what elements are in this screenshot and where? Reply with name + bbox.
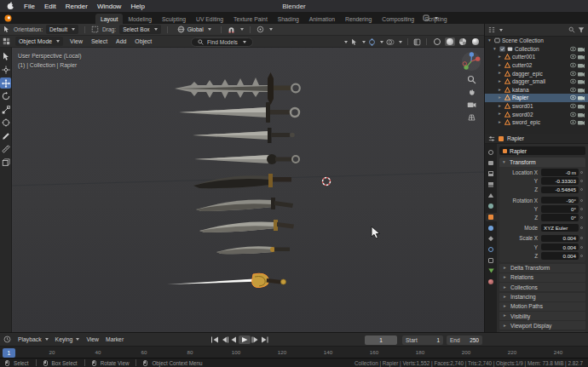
object-falchion[interactable] [193,174,291,188]
tab-physics[interactable] [486,245,497,254]
frame-end-field[interactable]: End250 [447,335,482,345]
menu-window[interactable]: Window [97,3,121,10]
chevron-down-icon[interactable] [269,28,273,31]
tool-select-box[interactable] [0,51,11,62]
location-x-field[interactable]: -0 m [541,169,579,176]
disclosure-icon[interactable]: ▸ [499,95,503,100]
apple-menu-icon[interactable] [7,2,14,10]
menu-view[interactable]: View [86,336,99,342]
tool-scale[interactable] [0,104,11,115]
menu-file[interactable]: File [24,3,35,10]
outliner-row-cutter001[interactable]: ▸ cutter001 [485,53,588,61]
rotation-x-field[interactable]: -90° [541,197,579,204]
tab-animation[interactable]: Animation [304,14,340,24]
chevron-down-icon[interactable] [344,41,348,43]
tab-modeling[interactable]: Modeling [123,14,157,24]
disclosure-icon[interactable]: ▸ [499,88,503,93]
outliner-row-dagger-small[interactable]: ▸ dagger_small [485,77,588,86]
animate-dot-icon[interactable] [580,216,583,219]
tab-texture-paint[interactable]: Texture Paint [228,14,273,24]
shading-wireframe[interactable] [432,37,442,46]
outliner-row-dagger-epic[interactable]: ▸ dagger_epic [485,69,588,77]
tab-sculpting[interactable]: Sculpting [157,14,191,24]
tab-uv-editing[interactable]: UV Editing [191,14,228,24]
tab-layout[interactable]: Layout [95,14,123,24]
outliner-row-sword02[interactable]: ▸ sword02 [485,110,588,118]
orientation-gizmo[interactable] [461,51,481,72]
tool-transform[interactable] [0,118,11,129]
tab-shading[interactable]: Shading [273,14,304,24]
animate-dot-icon[interactable] [580,255,583,257]
outliner-row-rapier-active[interactable]: ▸ Rapier [485,94,588,102]
disclosure-icon[interactable]: ▸ [499,104,503,109]
object-sword-disc-guard[interactable] [194,154,299,164]
section-visibility[interactable]: ▸Visibility [499,312,585,320]
object-saber-dark[interactable] [196,198,293,211]
tool-annotate[interactable] [0,130,11,141]
object-name-field[interactable]: Rapier [499,146,585,155]
visibility-toggles[interactable] [570,119,585,125]
outliner-row-cutter02[interactable]: ▸ cutter02 [485,61,588,70]
proportional-editing-icon[interactable] [257,26,264,33]
animate-dot-icon[interactable] [580,208,583,210]
menu-select[interactable]: Select [89,38,109,44]
blender-logo-icon[interactable] [4,14,12,22]
disclosure-icon[interactable]: ▸ [499,63,503,68]
collection-checkbox[interactable] [499,46,505,52]
visibility-toggles[interactable] [570,78,585,84]
object-sword-long[interactable] [179,102,299,123]
section-relations[interactable]: ▸Relations [499,273,585,282]
chevron-down-icon[interactable] [499,29,503,32]
scale-y-field[interactable]: 0.004 [541,244,579,251]
tool-measure[interactable] [0,144,11,155]
tool-move[interactable] [0,77,11,89]
object-sword-straight[interactable] [193,128,295,143]
tab-world[interactable] [486,202,497,210]
menu-object[interactable]: Object [133,38,153,44]
menu-edit[interactable]: Edit [44,3,56,10]
section-motion-paths[interactable]: ▸Motion Paths [499,302,585,311]
perspective-toggle-icon[interactable] [467,112,476,122]
menu-keying[interactable]: Keying [55,336,80,342]
visibility-toggles[interactable] [570,103,585,109]
tool-add-primitive[interactable] [0,157,11,168]
snap-magnet-icon[interactable] [228,26,235,34]
visibility-toggles[interactable] [570,46,585,52]
tool-rotate[interactable] [0,91,11,102]
tab-modifiers[interactable] [486,224,497,232]
location-z-field[interactable]: -0.54845 [541,186,579,194]
tab-rendering[interactable]: Rendering [340,14,377,24]
search-icon[interactable] [568,26,575,33]
scale-x-field[interactable]: 0.004 [541,235,579,243]
menu-marker[interactable]: Marker [106,336,124,342]
tab-constraints[interactable] [486,256,497,265]
visibility-toggles[interactable] [570,54,585,60]
tool-cursor[interactable] [0,65,11,76]
transform-section-header[interactable]: ▾ Transform [499,158,585,167]
section-collections[interactable]: ▸Collections [499,283,585,291]
outliner-editor-icon[interactable] [488,26,495,33]
3d-viewport[interactable]: User Perspective (Local) (1) | Collectio… [12,48,484,332]
location-y-field[interactable]: -0.33303 [541,177,579,185]
disclosure-icon[interactable]: ▸ [499,120,503,125]
tab-tool[interactable] [486,148,497,157]
camera-view-icon[interactable] [467,100,476,109]
tab-render[interactable] [486,159,497,168]
shading-solid[interactable] [445,37,455,46]
visibility-toggles[interactable] [570,95,585,100]
section-delta-transform[interactable]: ▸Delta Transform [499,264,585,272]
outliner-row-katana[interactable]: ▸ katana [485,86,588,95]
tab-scene[interactable] [486,192,497,200]
menu-playback[interactable]: Playback [18,336,49,342]
tab-view-layer[interactable] [486,181,497,189]
section-instancing[interactable]: ▸Instancing [499,293,585,301]
visibility-toggles[interactable] [570,71,585,77]
disclosure-icon[interactable]: ▸ [499,54,503,60]
rotation-z-field[interactable]: 0° [541,214,579,221]
visibility-toggles[interactable] [570,62,585,68]
disclosure-icon[interactable]: ▸ [499,71,503,76]
shading-rendered[interactable] [470,37,481,46]
animate-dot-icon[interactable] [580,199,583,202]
animate-dot-icon[interactable] [580,237,583,239]
menu-help[interactable]: Help [130,3,144,10]
